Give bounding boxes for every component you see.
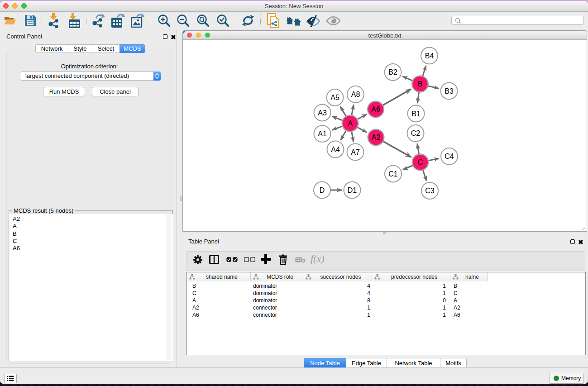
svg-text:B2: B2 xyxy=(388,68,397,76)
svg-text:C: C xyxy=(418,158,423,166)
svg-text:A4: A4 xyxy=(331,146,340,153)
svg-text:B3: B3 xyxy=(445,87,454,95)
svg-text:A3: A3 xyxy=(318,109,327,117)
svg-text:C2: C2 xyxy=(411,129,421,137)
svg-text:A8: A8 xyxy=(351,91,360,98)
svg-text:A: A xyxy=(348,119,353,127)
svg-text:A7: A7 xyxy=(351,148,360,156)
svg-text:A1: A1 xyxy=(318,130,327,138)
svg-text:C4: C4 xyxy=(445,152,454,160)
svg-text:B1: B1 xyxy=(411,110,421,118)
svg-text:C1: C1 xyxy=(388,170,398,178)
svg-text:D1: D1 xyxy=(348,186,357,194)
svg-text:B: B xyxy=(418,80,423,88)
svg-text:C3: C3 xyxy=(425,187,435,195)
svg-text:A6: A6 xyxy=(371,105,380,113)
svg-text:B4: B4 xyxy=(425,52,434,60)
svg-text:D: D xyxy=(320,186,325,194)
svg-text:A2: A2 xyxy=(372,133,381,141)
svg-text:A5: A5 xyxy=(330,94,339,101)
